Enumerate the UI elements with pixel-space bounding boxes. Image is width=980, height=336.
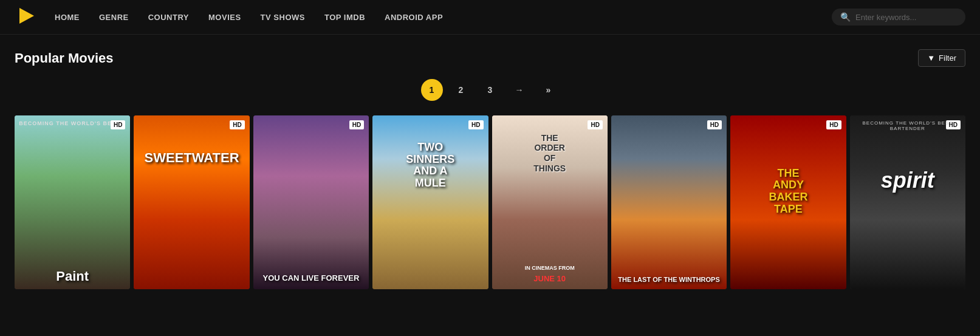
movie-card-spirit[interactable]: HD BECOMING THE WORLD'S BEST BARTENDER s… — [850, 115, 965, 289]
nav-genre[interactable]: GENRE — [99, 13, 129, 22]
movie-card-youcanlive[interactable]: HD YOU CAN LIVE FOREVER — [253, 115, 369, 289]
nav-tvshows[interactable]: TV SHOWS — [261, 13, 305, 22]
nav-home[interactable]: HOME — [55, 13, 80, 22]
movie-card-orderofthings[interactable]: HD THEORDEROFTHINGS IN CINEMAS FROM JUNE… — [492, 115, 608, 289]
movies-grid: BECOMING THE WORLD'S BEST... HD Paint HD… — [15, 115, 965, 289]
movie-card-lastwinthrops[interactable]: HD THE LAST OF THE WINTHROPS — [611, 115, 727, 289]
nav-androidapp[interactable]: ANDROID APP — [385, 13, 443, 22]
filter-button[interactable]: ▼ Filter — [918, 49, 965, 67]
filter-label: Filter — [939, 53, 956, 63]
pagination: 1 2 3 → » — [15, 79, 965, 101]
navbar: HOME GENRE COUNTRY MOVIES TV SHOWS TOP I… — [0, 0, 980, 35]
page-1-button[interactable]: 1 — [421, 79, 443, 101]
hd-badge-twosinners: HD — [468, 120, 483, 129]
page-3-button[interactable]: 3 — [479, 79, 501, 101]
movie-card-andybaker[interactable]: HD THEANDYBAKERTAPE — [730, 115, 846, 289]
main-content: Popular Movies ▼ Filter 1 2 3 → » BECOMI… — [0, 35, 980, 289]
page-title: Popular Movies — [15, 50, 114, 66]
hd-badge-youcanlive: HD — [349, 120, 364, 129]
hd-badge-andybaker: HD — [826, 120, 841, 129]
nav-topimdb[interactable]: TOP IMDB — [324, 13, 365, 22]
movie-card-paint[interactable]: BECOMING THE WORLD'S BEST... HD Paint — [15, 115, 130, 289]
hd-badge-paint: HD — [111, 120, 125, 129]
hd-badge-orderofthings: HD — [588, 120, 602, 129]
page-next-button[interactable]: → — [509, 79, 530, 101]
page-header: Popular Movies ▼ Filter — [15, 49, 965, 67]
filter-icon: ▼ — [927, 53, 935, 63]
page-last-button[interactable]: » — [538, 79, 560, 101]
nav-links: HOME GENRE COUNTRY MOVIES TV SHOWS TOP I… — [55, 13, 832, 22]
search-bar: 🔍 — [832, 9, 965, 26]
hd-badge-sweetwater: HD — [230, 120, 244, 129]
movie-card-sweetwater[interactable]: HD SWEETWATER — [134, 115, 249, 289]
page-2-button[interactable]: 2 — [450, 79, 472, 101]
svg-marker-0 — [19, 8, 34, 24]
nav-movies[interactable]: MOVIES — [208, 13, 241, 22]
search-input[interactable] — [855, 13, 953, 22]
hd-badge-lastwinthrops: HD — [707, 120, 722, 129]
search-icon: 🔍 — [840, 12, 851, 22]
movie-card-twosinners[interactable]: HD TWOSINNERSAND AMULE — [372, 115, 488, 289]
logo[interactable] — [15, 4, 38, 30]
nav-country[interactable]: COUNTRY — [148, 13, 189, 22]
